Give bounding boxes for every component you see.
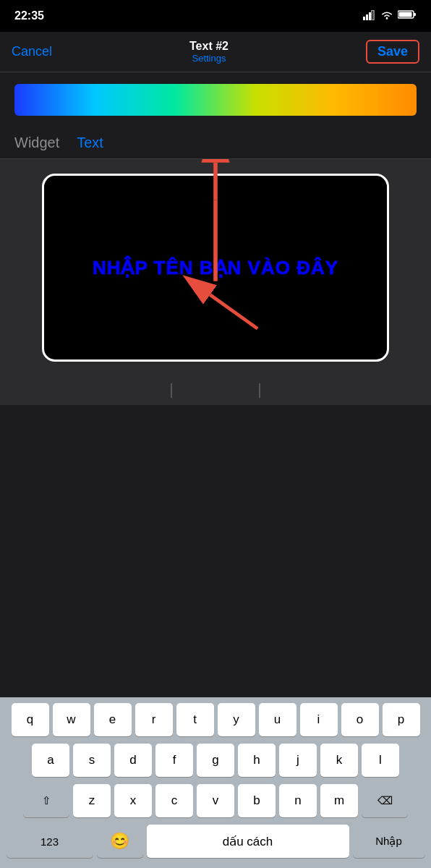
- delete-key[interactable]: ⌫: [362, 784, 408, 817]
- spacer-bar-left: [171, 383, 172, 398]
- color-gradient-bar[interactable]: [14, 84, 417, 116]
- key-z[interactable]: z: [73, 784, 111, 817]
- key-y[interactable]: y: [218, 703, 255, 736]
- key-e[interactable]: e: [94, 703, 132, 736]
- key-b[interactable]: b: [238, 784, 276, 817]
- nav-title: Text #2: [189, 40, 229, 53]
- battery-icon: [398, 9, 417, 22]
- keyboard-row-1: q w e r t y u i o p: [3, 703, 428, 736]
- key-q[interactable]: q: [12, 703, 49, 736]
- key-w[interactable]: w: [53, 703, 90, 736]
- preview-box[interactable]: NHẬP TÊN BẠN VÀO ĐÂY: [42, 174, 389, 362]
- key-h[interactable]: h: [238, 744, 276, 777]
- key-f[interactable]: f: [155, 744, 193, 777]
- key-d[interactable]: d: [114, 744, 152, 777]
- key-n[interactable]: n: [279, 784, 317, 817]
- svg-rect-3: [372, 10, 374, 20]
- numbers-key[interactable]: 123: [7, 825, 93, 858]
- return-key[interactable]: Nhập: [353, 825, 425, 858]
- color-bar-section: [0, 72, 431, 127]
- key-v[interactable]: v: [197, 784, 234, 817]
- spacer-section: [0, 376, 431, 405]
- keyboard-row-2: a s d f g h j k l: [3, 744, 428, 777]
- svg-rect-7: [399, 12, 412, 17]
- status-time: 22:35: [14, 9, 44, 22]
- wifi-icon: [380, 10, 393, 22]
- key-k[interactable]: k: [320, 744, 358, 777]
- signal-icon: [363, 10, 376, 22]
- key-a[interactable]: a: [32, 744, 69, 777]
- key-r[interactable]: r: [135, 703, 173, 736]
- key-m[interactable]: m: [320, 784, 358, 817]
- svg-point-4: [386, 17, 388, 20]
- status-icons: [363, 9, 417, 22]
- status-bar: 22:35: [0, 0, 431, 32]
- space-key[interactable]: dấu cách: [147, 825, 349, 858]
- svg-rect-0: [363, 17, 365, 20]
- nav-bar: Cancel Text #2 Settings Save: [0, 32, 431, 72]
- key-i[interactable]: i: [300, 703, 338, 736]
- preview-text: NHẬP TÊN BẠN VÀO ĐÂY: [93, 257, 338, 279]
- key-c[interactable]: c: [155, 784, 193, 817]
- shift-key[interactable]: ⇧: [23, 784, 69, 817]
- preview-section: NHẬP TÊN BẠN VÀO ĐÂY: [0, 159, 431, 376]
- save-button[interactable]: Save: [366, 40, 419, 64]
- key-g[interactable]: g: [197, 744, 234, 777]
- key-j[interactable]: j: [279, 744, 317, 777]
- svg-rect-1: [366, 14, 368, 20]
- key-t[interactable]: t: [176, 703, 214, 736]
- svg-rect-6: [414, 13, 416, 16]
- keyboard-row-3: ⇧ z x c v b n m ⌫: [3, 784, 428, 817]
- key-o[interactable]: o: [341, 703, 379, 736]
- svg-rect-2: [369, 12, 371, 20]
- tab-text[interactable]: Text: [77, 135, 103, 151]
- key-x[interactable]: x: [114, 784, 152, 817]
- keyboard-row-4: 123 😊 dấu cách Nhập: [3, 825, 428, 858]
- keyboard: q w e r t y u i o p a s d f g h j k l ⇧ …: [0, 697, 431, 868]
- cancel-button[interactable]: Cancel: [12, 44, 52, 59]
- tabs-section: Widget Text: [0, 127, 431, 159]
- key-l[interactable]: l: [362, 744, 399, 777]
- nav-subtitle: Settings: [189, 53, 229, 64]
- key-u[interactable]: u: [259, 703, 296, 736]
- nav-center: Text #2 Settings: [189, 40, 229, 64]
- emoji-key[interactable]: 😊: [97, 825, 143, 858]
- key-p[interactable]: p: [383, 703, 420, 736]
- key-s[interactable]: s: [73, 744, 111, 777]
- spacer-bar-right: [259, 383, 260, 398]
- tab-widget[interactable]: Widget: [14, 135, 59, 151]
